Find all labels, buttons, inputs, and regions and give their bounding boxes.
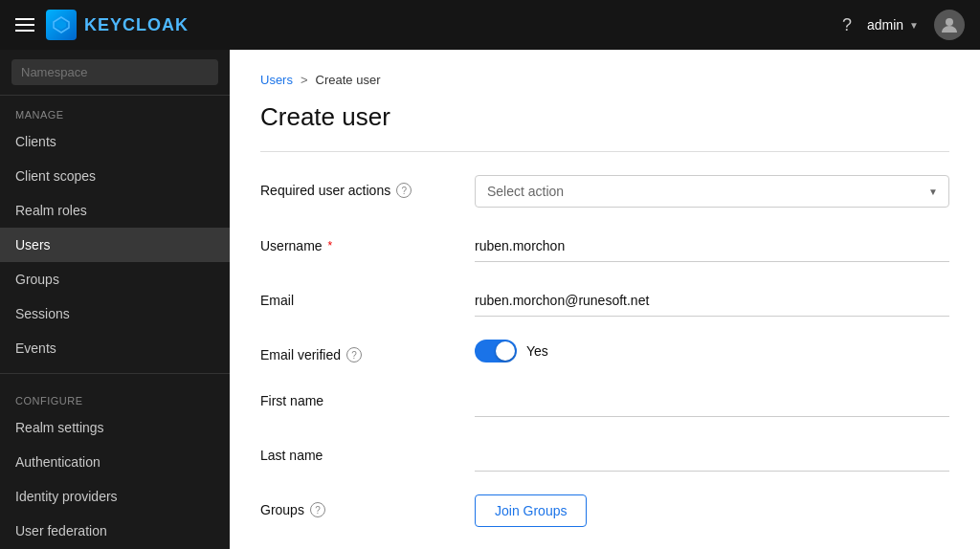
top-navigation: KEYCLOAK ? admin ▼ bbox=[0, 0, 980, 50]
sidebar-item-identity-providers[interactable]: Identity providers bbox=[0, 479, 230, 514]
logo: KEYCLOAK bbox=[46, 10, 189, 40]
sidebar-item-realm-roles[interactable]: Realm roles bbox=[0, 193, 230, 228]
logo-text: KEYCLOAK bbox=[84, 15, 189, 35]
sidebar-item-events[interactable]: Events bbox=[0, 331, 230, 365]
configure-label: Configure bbox=[0, 382, 230, 410]
username-label: Username * bbox=[260, 231, 452, 253]
sidebar-item-client-scopes[interactable]: Client scopes bbox=[0, 159, 230, 193]
sidebar-item-groups[interactable]: Groups bbox=[0, 262, 230, 296]
avatar[interactable] bbox=[934, 10, 965, 40]
sidebar-item-users[interactable]: Users bbox=[0, 228, 230, 262]
admin-menu[interactable]: admin ▼ bbox=[867, 17, 919, 33]
first-name-row: First name bbox=[260, 385, 949, 417]
last-name-label: Last name bbox=[260, 440, 452, 463]
logo-icon bbox=[46, 10, 77, 40]
sidebar-item-user-federation[interactable]: User federation bbox=[0, 514, 230, 548]
namespace-search[interactable] bbox=[11, 59, 218, 85]
sidebar: Manage Clients Client scopes Realm roles… bbox=[0, 50, 230, 549]
username-control bbox=[475, 231, 949, 262]
sidebar-item-sessions[interactable]: Sessions bbox=[0, 296, 230, 331]
first-name-control bbox=[475, 385, 949, 417]
required-actions-label: Required user actions ? bbox=[260, 175, 452, 198]
breadcrumb-separator: > bbox=[301, 73, 308, 87]
last-name-row: Last name bbox=[260, 440, 949, 472]
groups-label: Groups ? bbox=[260, 494, 452, 517]
email-control bbox=[475, 285, 949, 317]
email-verified-label: Email verified ? bbox=[260, 340, 452, 362]
join-groups-button[interactable]: Join Groups bbox=[475, 494, 587, 527]
required-actions-row: Required user actions ? Select action bbox=[260, 175, 949, 208]
email-verified-toggle-row: Yes bbox=[475, 340, 949, 362]
username-required-mark: * bbox=[328, 239, 333, 253]
last-name-control bbox=[475, 440, 949, 472]
email-verified-row: Email verified ? Yes bbox=[260, 340, 949, 362]
first-name-label: First name bbox=[260, 385, 452, 408]
username-input[interactable] bbox=[475, 231, 949, 262]
email-input[interactable] bbox=[475, 285, 949, 317]
required-actions-control: Select action bbox=[475, 175, 949, 208]
email-verified-control: Yes bbox=[475, 340, 949, 362]
email-label: Email bbox=[260, 285, 452, 308]
email-verified-help-icon[interactable]: ? bbox=[346, 347, 362, 362]
email-verified-toggle[interactable] bbox=[475, 340, 517, 362]
first-name-input[interactable] bbox=[475, 385, 949, 417]
svg-point-2 bbox=[946, 18, 953, 26]
username-row: Username * bbox=[260, 231, 949, 262]
required-actions-select-wrapper: Select action bbox=[475, 175, 949, 208]
main-content: Users > Create user Create user Required… bbox=[230, 50, 980, 549]
breadcrumb-current: Create user bbox=[316, 73, 381, 87]
breadcrumb-users-link[interactable]: Users bbox=[260, 73, 293, 87]
sidebar-item-realm-settings[interactable]: Realm settings bbox=[0, 410, 230, 445]
svg-marker-1 bbox=[56, 20, 66, 30]
groups-row: Groups ? Join Groups bbox=[260, 494, 949, 527]
hamburger-menu[interactable] bbox=[15, 18, 34, 32]
title-divider bbox=[260, 151, 949, 152]
sidebar-item-authentication[interactable]: Authentication bbox=[0, 445, 230, 479]
email-verified-toggle-label: Yes bbox=[526, 343, 548, 359]
groups-control: Join Groups bbox=[475, 494, 949, 527]
groups-help-icon[interactable]: ? bbox=[310, 502, 325, 517]
last-name-input[interactable] bbox=[475, 440, 949, 472]
help-icon[interactable]: ? bbox=[842, 15, 852, 35]
required-actions-select[interactable]: Select action bbox=[475, 175, 949, 208]
sidebar-divider bbox=[0, 373, 230, 374]
required-actions-help-icon[interactable]: ? bbox=[396, 183, 412, 198]
manage-label: Manage bbox=[0, 96, 230, 124]
sidebar-search-wrapper bbox=[0, 50, 230, 96]
sidebar-item-clients[interactable]: Clients bbox=[0, 124, 230, 159]
email-row: Email bbox=[260, 285, 949, 317]
page-title: Create user bbox=[260, 102, 949, 132]
breadcrumb: Users > Create user bbox=[260, 73, 949, 87]
